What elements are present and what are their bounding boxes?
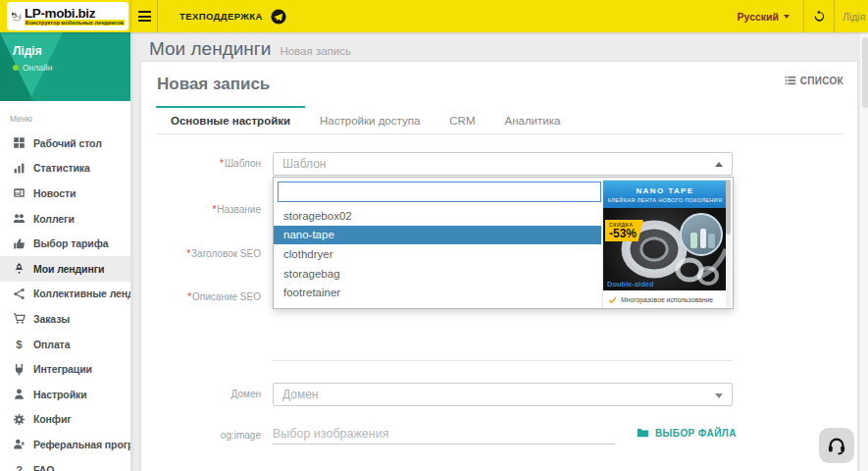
choose-file-button[interactable]: ВЫБОР ФАЙЛА — [637, 427, 737, 439]
breadcrumb-section: Мои лендинги — [149, 38, 271, 60]
online-status-dot — [13, 65, 19, 71]
preview-header: NANO TAPE КЛЕЙКАЯ ЛЕНТА НОВОГО ПОКОЛЕНИЯ — [603, 181, 727, 208]
sidebar-profile[interactable]: Лідія Онлайн — [0, 32, 130, 101]
dog-logo-icon — [11, 4, 22, 29]
breadcrumb: Мои лендинги Новая запись — [149, 38, 351, 60]
sidebar-item-settings[interactable]: Настройки — [0, 382, 130, 407]
sidebar-item-collective-landings[interactable]: Коллективные лендинги — [0, 282, 130, 307]
sidebar-item-faq[interactable]: ? FAQ — [0, 457, 130, 471]
logo-text: LP-mobi.biz Конструктор мобильных лендин… — [25, 7, 125, 26]
seo-description-label: *Описание SEO — [141, 291, 261, 302]
option-springclothes[interactable]: springclothes — [274, 302, 601, 308]
option-nano-tape[interactable]: nano-tape — [274, 226, 601, 245]
refresh-button[interactable] — [804, 0, 834, 32]
sidebar-toggle-button[interactable] — [133, 0, 156, 32]
option-storagebox02[interactable]: storagebox02 — [274, 206, 601, 226]
svg-text:$: $ — [16, 339, 23, 350]
dropdown-scroll-thumb[interactable] — [726, 180, 731, 235]
template-dropdown: storagebox02 nano-tape clothdryer storag… — [273, 177, 734, 309]
tech-support-link[interactable]: ТЕХПОДДЕРЖКА — [179, 0, 286, 32]
sidebar-item-statistics[interactable]: Статистика — [0, 156, 130, 182]
thumb-up-icon — [12, 237, 26, 250]
sidebar-item-tariff[interactable]: Выбор тарифа — [0, 231, 130, 256]
sidebar: Лідія Онлайн Меню Рабочий стол Статистик… — [0, 32, 130, 471]
share-icon — [12, 288, 26, 300]
sidebar-item-news[interactable]: Новости — [0, 181, 130, 206]
list-button[interactable]: СПИСОК — [785, 75, 843, 86]
preview-photo: СКИДКА -53% Double-sided — [603, 208, 727, 290]
main-content: Мои лендинги Новая запись Новая запись С… — [130, 32, 868, 471]
person-icon — [12, 388, 26, 400]
check-icon — [608, 295, 617, 304]
page-scroll-thumb[interactable] — [862, 37, 868, 108]
topbar-divider — [130, 0, 131, 32]
menu-heading: Меню — [0, 101, 130, 131]
record-card: Новая запись СПИСОК Основные настройки Н… — [140, 61, 858, 471]
dashboard-icon — [12, 136, 26, 149]
chevron-down-icon — [784, 15, 790, 19]
template-label: *Шаблон — [141, 158, 261, 169]
logo-title: LP-mobi.biz — [25, 7, 125, 20]
folder-icon — [637, 427, 649, 439]
preview-subtitle: КЛЕЙКАЯ ЛЕНТА НОВОГО ПОКОЛЕНИЯ — [608, 197, 723, 203]
logo[interactable]: LP-mobi.biz Конструктор мобильных лендин… — [7, 2, 128, 30]
user-menu[interactable]: Лідія — [835, 0, 868, 32]
online-status-label: Онлайн — [23, 63, 52, 73]
support-chat-button[interactable] — [819, 428, 854, 463]
list-button-label: СПИСОК — [800, 76, 843, 86]
template-select-value: Шаблон — [282, 157, 326, 171]
sidebar-item-integrations[interactable]: Интеграции — [0, 356, 130, 382]
tab-crm[interactable]: CRM — [434, 106, 489, 133]
seo-title-label: *Заголовок SEO — [141, 248, 261, 259]
sidebar-item-orders[interactable]: Заказы — [0, 306, 130, 332]
list-icon — [785, 75, 796, 86]
person-add-icon — [12, 438, 26, 450]
app-root: LP-mobi.biz Конструктор мобильных лендин… — [0, 0, 868, 471]
page-title: Новая запись — [157, 75, 270, 94]
sidebar-item-referral[interactable]: Реферальная программа — [0, 432, 130, 457]
option-footretainer[interactable]: footretainer — [274, 283, 601, 302]
topbar: LP-mobi.biz Конструктор мобильных лендин… — [0, 0, 868, 32]
sidebar-item-my-landings[interactable]: Мои лендинги — [0, 256, 130, 282]
og-image-label: og:image — [141, 430, 261, 441]
profile-status: Онлайн — [13, 63, 118, 73]
chevron-down-icon — [715, 393, 723, 398]
og-image-input[interactable] — [273, 423, 615, 445]
template-preview: NANO TAPE КЛЕЙКАЯ ЛЕНТА НОВОГО ПОКОЛЕНИЯ — [603, 181, 727, 308]
sidebar-item-colleagues[interactable]: Коллеги — [0, 206, 130, 232]
tab-main-settings[interactable]: Основные настройки — [156, 106, 305, 133]
plug-icon — [12, 363, 26, 376]
template-search-input[interactable] — [278, 182, 601, 202]
domain-select[interactable]: Домен — [273, 383, 733, 406]
template-select[interactable]: Шаблон — [273, 152, 733, 176]
form-divider — [273, 360, 733, 361]
option-clothdryer[interactable]: clothdryer — [274, 244, 601, 264]
domain-label: Домен — [141, 389, 261, 399]
option-storagebag[interactable]: storagebag — [274, 264, 601, 284]
bar-chart-icon — [12, 162, 26, 175]
headset-icon — [826, 435, 847, 456]
dropdown-scrollbar[interactable] — [726, 180, 731, 306]
page-scrollbar[interactable] — [859, 32, 868, 471]
chevron-up-icon — [715, 162, 723, 167]
gear-icon — [12, 413, 26, 426]
rocket-icon — [12, 262, 26, 275]
tab-bar: Основные настройки Настройки доступа CRM… — [156, 106, 842, 134]
sidebar-item-config[interactable]: Конфиг — [0, 407, 130, 433]
sidebar-item-payment[interactable]: $ Оплата — [0, 332, 130, 357]
svg-text:?: ? — [16, 464, 23, 471]
tab-access-settings[interactable]: Настройки доступа — [305, 106, 434, 133]
sidebar-nav: Рабочий стол Статистика Новости Коллеги … — [0, 131, 130, 471]
discount-badge: СКИДКА -53% — [605, 220, 643, 241]
topbar-divider — [157, 0, 158, 32]
tab-analytics[interactable]: Аналитика — [489, 106, 575, 133]
preview-caption: Double-sided — [607, 280, 654, 288]
language-selector[interactable]: Русский — [724, 0, 803, 32]
cart-icon — [12, 312, 26, 325]
refresh-icon — [813, 10, 826, 23]
preview-feature-text: Многоразовое использование — [621, 296, 713, 303]
preview-inset-photo — [680, 213, 723, 256]
sidebar-item-dashboard[interactable]: Рабочий стол — [0, 131, 130, 156]
hamburger-icon — [138, 11, 151, 13]
telegram-icon — [271, 9, 286, 25]
